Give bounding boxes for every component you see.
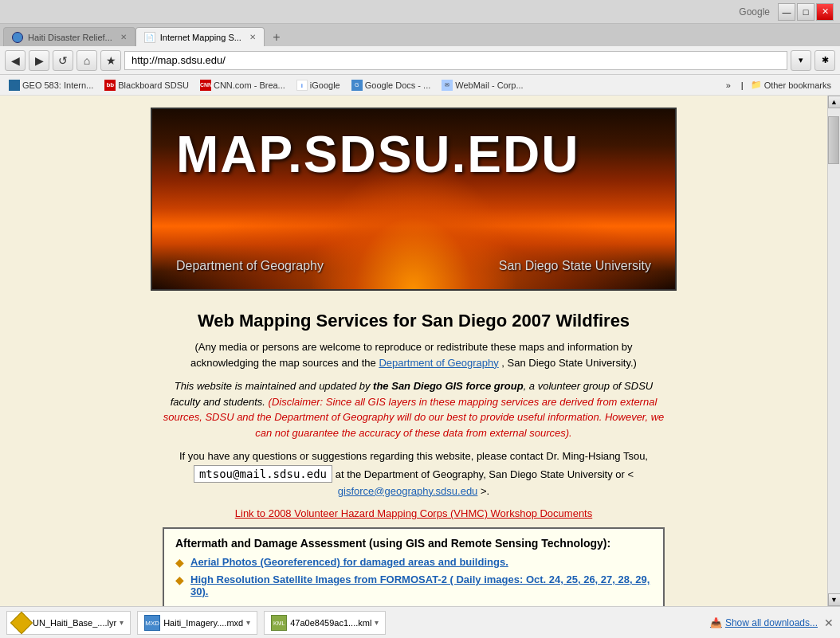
- maintained-paragraph: This website is maintained and updated b…: [163, 378, 665, 440]
- close-button[interactable]: ✕: [816, 3, 834, 21]
- bookmark-geo583[interactable]: GEO 583: Intern...: [5, 78, 97, 92]
- scroll-up-button[interactable]: ▲: [828, 96, 841, 108]
- other-bookmarks-button[interactable]: 📁 Other bookmarks: [747, 78, 835, 92]
- satellite-images-link[interactable]: High Resolution Satellite Images from FO…: [190, 573, 652, 597]
- download-arrow-lyr[interactable]: ▾: [120, 618, 124, 627]
- download-name-kml: 47a0e8459ac1....kml: [290, 618, 371, 628]
- contact-suffix: at the Department of Geography, San Dieg…: [336, 468, 634, 480]
- bookmark-favicon-igoogle: i: [296, 80, 308, 91]
- star-button[interactable]: ★: [100, 50, 121, 71]
- email-badge: mtsou@mail.sdsu.edu: [194, 465, 332, 483]
- bookmark-label-cnn: CNN.com - Brea...: [214, 80, 285, 90]
- bookmark-label-geo583: GEO 583: Intern...: [22, 80, 93, 90]
- tab-internet-mapping[interactable]: 📄 Internet Mapping S... ✕: [135, 27, 265, 46]
- download-arrow-kml[interactable]: ▾: [375, 618, 379, 627]
- site-header: MAP.SDSU.EDU Department of Geography San…: [151, 108, 677, 291]
- maximize-button[interactable]: □: [797, 3, 814, 21]
- maintained-prefix: This website is maintained and updated b…: [175, 380, 373, 392]
- new-tab-button[interactable]: +: [268, 29, 285, 46]
- contact-end: >.: [481, 485, 489, 497]
- contact-prefix: If you have any questions or suggestions…: [179, 450, 648, 462]
- bookmark-favicon-webmail: ✉: [442, 80, 453, 91]
- intro-paragraph: (Any media or persons are welcome to rep…: [163, 339, 665, 370]
- bookmark-cnn[interactable]: CNN CNN.com - Brea...: [196, 78, 289, 92]
- gisforce-email-link[interactable]: gisforce@geography.sdsu.edu: [338, 485, 478, 497]
- bookmark-blackboard[interactable]: bb Blackboard SDSU: [100, 78, 193, 92]
- vhmc-link[interactable]: Link to 2008 Volunteer Hazard Mapping Co…: [235, 507, 592, 519]
- tab-close-mapping[interactable]: ✕: [249, 33, 256, 41]
- download-name-mxd: Haiti_Imagery....mxd: [163, 618, 243, 628]
- university-label: San Diego State University: [499, 259, 651, 273]
- scroll-thumb[interactable]: [828, 116, 839, 164]
- dept-label: Department of Geography: [176, 259, 324, 273]
- header-banner: MAP.SDSU.EDU Department of Geography San…: [151, 108, 677, 291]
- scrollbar[interactable]: ▲ ▼: [827, 96, 840, 606]
- address-bar[interactable]: [124, 51, 787, 70]
- google-label: Google: [739, 6, 770, 18]
- download-item-lyr[interactable]: UN_Haiti_Base_....lyr ▾: [6, 611, 131, 635]
- other-bookmarks-label: Other bookmarks: [764, 80, 831, 90]
- download-icon-kml: KML: [271, 615, 287, 631]
- intro-end: , San Diego State University.): [501, 357, 637, 369]
- page-menu-button[interactable]: ▾: [791, 50, 811, 71]
- bookmark-googledocs[interactable]: G Google Docs - ...: [347, 78, 435, 92]
- bookmark-favicon-geo583: [9, 80, 20, 91]
- title-bar: Google — □ ✕: [0, 0, 840, 24]
- bookmark-favicon-bb: bb: [104, 80, 116, 91]
- scroll-down-button[interactable]: ▼: [828, 593, 841, 606]
- download-name-lyr: UN_Haiti_Base_....lyr: [33, 618, 116, 628]
- bookmark-label-bb: Blackboard SDSU: [118, 80, 189, 90]
- nav-bar: ◀ ▶ ↺ ⌂ ★ ▾ ✱: [0, 46, 840, 75]
- scroll-track[interactable]: [828, 108, 840, 593]
- aerial-photos-link[interactable]: Aerial Photos (Georeferenced) for damage…: [190, 556, 508, 568]
- tab-haiti[interactable]: Haiti Disaster Relief... ✕: [3, 27, 135, 46]
- tab-favicon-haiti: [12, 32, 23, 43]
- download-item-kml[interactable]: KML 47a0e8459ac1....kml ▾: [264, 611, 386, 635]
- tools-menu-button[interactable]: ✱: [814, 50, 835, 71]
- list-item: ◆ Aerial Photos (Georeferenced) for dama…: [175, 556, 652, 569]
- tab-label-mapping: Internet Mapping S...: [160, 33, 241, 42]
- bullet-icon-2: ◆: [175, 573, 184, 586]
- bookmark-favicon-cnn: CNN: [200, 80, 211, 91]
- contact-paragraph: If you have any questions or suggestions…: [163, 448, 665, 499]
- page-content: Web Mapping Services for San Diego 2007 …: [151, 291, 677, 606]
- content-area: MAP.SDSU.EDU Department of Geography San…: [0, 96, 840, 606]
- bookmark-webmail[interactable]: ✉ WebMail - Corp...: [438, 78, 527, 92]
- bookmark-label-docs: Google Docs - ...: [365, 80, 431, 90]
- main-heading: Web Mapping Services for San Diego 2007 …: [163, 311, 665, 331]
- assessment-title: Aftermath and Damage Assessment (using G…: [175, 537, 652, 550]
- bookmark-label-webmail: WebMail - Corp...: [455, 80, 523, 90]
- minimize-button[interactable]: —: [778, 3, 795, 21]
- reload-button[interactable]: ↺: [53, 50, 73, 71]
- list-item: ◆ High Resolution Satellite Images from …: [175, 573, 652, 597]
- download-icon-mxd: MXD: [144, 615, 160, 631]
- bookmark-igoogle[interactable]: i iGoogle: [292, 78, 344, 92]
- tab-favicon-mapping: 📄: [144, 32, 155, 43]
- bullet-icon-1: ◆: [175, 556, 184, 569]
- tab-label-haiti: Haiti Disaster Relief...: [28, 33, 112, 42]
- back-button[interactable]: ◀: [5, 50, 26, 71]
- download-arrow-mxd[interactable]: ▾: [246, 618, 250, 627]
- download-item-mxd[interactable]: MXD Haiti_Imagery....mxd ▾: [137, 611, 257, 635]
- title-bar-right: Google — □ ✕: [739, 3, 834, 21]
- download-icon-lyr: [10, 611, 33, 633]
- bookmarks-bar: GEO 583: Intern... bb Blackboard SDSU CN…: [0, 75, 840, 96]
- browser-window: Google — □ ✕ Haiti Disaster Relief... ✕ …: [0, 0, 840, 638]
- show-all-label: Show all downloads...: [725, 617, 818, 628]
- site-subtitle: Department of Geography San Diego State …: [176, 259, 651, 273]
- dept-link[interactable]: Department of Geography: [379, 357, 498, 369]
- tab-close-haiti[interactable]: ✕: [120, 33, 127, 41]
- vhmc-link-paragraph: Link to 2008 Volunteer Hazard Mapping Co…: [163, 507, 665, 519]
- forward-button[interactable]: ▶: [29, 50, 49, 71]
- downloads-bar: UN_Haiti_Base_....lyr ▾ MXD Haiti_Imager…: [0, 606, 840, 638]
- download-folder-icon: 📥: [710, 617, 722, 628]
- gis-group-name: the San Diego GIS force group: [373, 380, 524, 392]
- disclaimer-label: (Disclaimer:: [269, 396, 324, 408]
- tab-bar: Haiti Disaster Relief... ✕ 📄 Internet Ma…: [0, 24, 840, 46]
- bookmarks-overflow-button[interactable]: »: [722, 79, 735, 92]
- assessment-box: Aftermath and Damage Assessment (using G…: [163, 527, 665, 606]
- close-downloads-button[interactable]: ✕: [824, 616, 834, 629]
- home-button[interactable]: ⌂: [77, 50, 97, 71]
- bookmarks-separator: |: [741, 80, 744, 90]
- show-all-downloads-button[interactable]: 📥 Show all downloads...: [710, 617, 818, 628]
